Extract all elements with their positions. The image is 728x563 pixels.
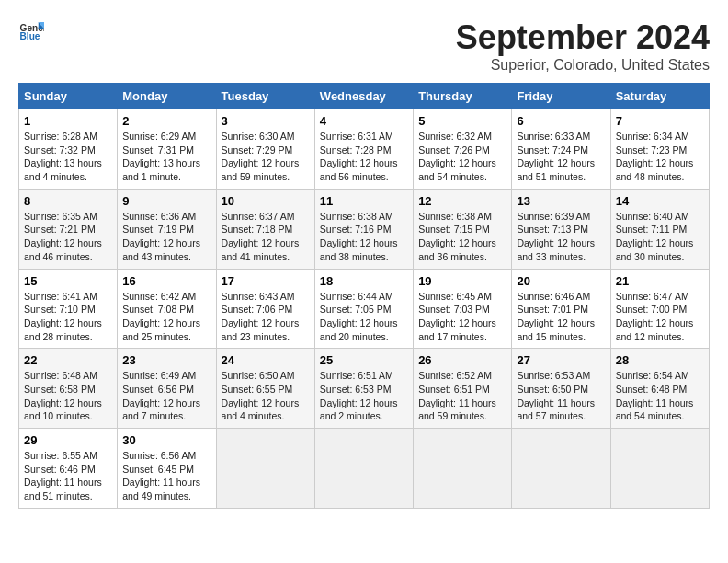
- day-number: 30: [122, 433, 210, 447]
- calendar-week-row: 29Sunrise: 6:55 AMSunset: 6:46 PMDayligh…: [19, 429, 710, 509]
- day-info: Sunrise: 6:40 AMSunset: 7:11 PMDaylight:…: [616, 210, 704, 264]
- day-info: Sunrise: 6:32 AMSunset: 7:26 PMDaylight:…: [418, 130, 506, 184]
- day-info: Sunrise: 6:36 AMSunset: 7:19 PMDaylight:…: [122, 210, 210, 264]
- day-number: 24: [222, 353, 310, 367]
- table-row: 12Sunrise: 6:38 AMSunset: 7:15 PMDayligh…: [414, 189, 512, 269]
- day-info: Sunrise: 6:51 AMSunset: 6:53 PMDaylight:…: [320, 369, 408, 423]
- day-number: 25: [320, 353, 408, 367]
- table-row: [314, 429, 413, 509]
- day-info: Sunrise: 6:46 AMSunset: 7:01 PMDaylight:…: [517, 290, 605, 344]
- day-info: Sunrise: 6:39 AMSunset: 7:13 PMDaylight:…: [517, 210, 605, 264]
- calendar-table: Sunday Monday Tuesday Wednesday Thursday…: [18, 83, 710, 509]
- table-row: 14Sunrise: 6:40 AMSunset: 7:11 PMDayligh…: [610, 189, 709, 269]
- day-info: Sunrise: 6:52 AMSunset: 6:51 PMDaylight:…: [418, 369, 506, 423]
- table-row: 27Sunrise: 6:53 AMSunset: 6:50 PMDayligh…: [512, 349, 610, 429]
- day-info: Sunrise: 6:44 AMSunset: 7:05 PMDaylight:…: [320, 290, 408, 344]
- table-row: 30Sunrise: 6:56 AMSunset: 6:45 PMDayligh…: [118, 429, 216, 509]
- table-row: [216, 429, 314, 509]
- day-info: Sunrise: 6:35 AMSunset: 7:21 PMDaylight:…: [24, 210, 112, 264]
- day-number: 11: [320, 194, 408, 208]
- table-row: 3Sunrise: 6:30 AMSunset: 7:29 PMDaylight…: [216, 109, 314, 190]
- calendar-week-row: 15Sunrise: 6:41 AMSunset: 7:10 PMDayligh…: [19, 269, 710, 349]
- day-number: 9: [122, 194, 210, 208]
- col-sunday: Sunday: [19, 84, 118, 109]
- table-row: 6Sunrise: 6:33 AMSunset: 7:24 PMDaylight…: [512, 109, 610, 190]
- table-row: 25Sunrise: 6:51 AMSunset: 6:53 PMDayligh…: [314, 349, 413, 429]
- day-number: 20: [517, 274, 605, 288]
- table-row: 9Sunrise: 6:36 AMSunset: 7:19 PMDaylight…: [118, 189, 216, 269]
- day-info: Sunrise: 6:30 AMSunset: 7:29 PMDaylight:…: [222, 130, 310, 184]
- day-number: 27: [517, 353, 605, 367]
- day-info: Sunrise: 6:55 AMSunset: 6:46 PMDaylight:…: [24, 449, 112, 503]
- day-info: Sunrise: 6:37 AMSunset: 7:18 PMDaylight:…: [222, 210, 310, 264]
- day-number: 18: [320, 274, 408, 288]
- table-row: 17Sunrise: 6:43 AMSunset: 7:06 PMDayligh…: [216, 269, 314, 349]
- col-wednesday: Wednesday: [314, 84, 413, 109]
- table-row: 24Sunrise: 6:50 AMSunset: 6:55 PMDayligh…: [216, 349, 314, 429]
- day-info: Sunrise: 6:43 AMSunset: 7:06 PMDaylight:…: [222, 290, 310, 344]
- table-row: 18Sunrise: 6:44 AMSunset: 7:05 PMDayligh…: [314, 269, 413, 349]
- calendar-week-row: 8Sunrise: 6:35 AMSunset: 7:21 PMDaylight…: [19, 189, 710, 269]
- day-info: Sunrise: 6:28 AMSunset: 7:32 PMDaylight:…: [24, 130, 112, 184]
- logo-icon: General Blue: [18, 18, 44, 44]
- table-row: [610, 429, 709, 509]
- table-row: 26Sunrise: 6:52 AMSunset: 6:51 PMDayligh…: [414, 349, 512, 429]
- calendar-header-row: Sunday Monday Tuesday Wednesday Thursday…: [19, 84, 710, 109]
- col-thursday: Thursday: [414, 84, 512, 109]
- table-row: 10Sunrise: 6:37 AMSunset: 7:18 PMDayligh…: [216, 189, 314, 269]
- day-number: 19: [418, 274, 506, 288]
- day-info: Sunrise: 6:41 AMSunset: 7:10 PMDaylight:…: [24, 290, 112, 344]
- table-row: 21Sunrise: 6:47 AMSunset: 7:00 PMDayligh…: [610, 269, 709, 349]
- day-info: Sunrise: 6:49 AMSunset: 6:56 PMDaylight:…: [122, 369, 210, 423]
- day-number: 1: [24, 114, 112, 128]
- day-number: 4: [320, 114, 408, 128]
- table-row: 13Sunrise: 6:39 AMSunset: 7:13 PMDayligh…: [512, 189, 610, 269]
- day-number: 8: [24, 194, 112, 208]
- table-row: 1Sunrise: 6:28 AMSunset: 7:32 PMDaylight…: [19, 109, 118, 190]
- day-info: Sunrise: 6:54 AMSunset: 6:48 PMDaylight:…: [616, 369, 704, 423]
- svg-text:Blue: Blue: [20, 31, 40, 41]
- day-number: 7: [616, 114, 704, 128]
- table-row: 8Sunrise: 6:35 AMSunset: 7:21 PMDaylight…: [19, 189, 118, 269]
- day-number: 28: [616, 353, 704, 367]
- day-number: 16: [122, 274, 210, 288]
- day-info: Sunrise: 6:31 AMSunset: 7:28 PMDaylight:…: [320, 130, 408, 184]
- table-row: 20Sunrise: 6:46 AMSunset: 7:01 PMDayligh…: [512, 269, 610, 349]
- day-info: Sunrise: 6:53 AMSunset: 6:50 PMDaylight:…: [517, 369, 605, 423]
- day-number: 23: [122, 353, 210, 367]
- title-area: September 2024 Superior, Colorado, Unite…: [456, 18, 710, 74]
- table-row: 2Sunrise: 6:29 AMSunset: 7:31 PMDaylight…: [118, 109, 216, 190]
- day-info: Sunrise: 6:50 AMSunset: 6:55 PMDaylight:…: [222, 369, 310, 423]
- logo: General Blue: [18, 18, 44, 44]
- table-row: 29Sunrise: 6:55 AMSunset: 6:46 PMDayligh…: [19, 429, 118, 509]
- page-title: September 2024: [456, 18, 710, 57]
- day-number: 26: [418, 353, 506, 367]
- table-row: [512, 429, 610, 509]
- day-info: Sunrise: 6:42 AMSunset: 7:08 PMDaylight:…: [122, 290, 210, 344]
- day-number: 17: [222, 274, 310, 288]
- day-number: 6: [517, 114, 605, 128]
- day-info: Sunrise: 6:34 AMSunset: 7:23 PMDaylight:…: [616, 130, 704, 184]
- day-number: 21: [616, 274, 704, 288]
- day-number: 15: [24, 274, 112, 288]
- day-number: 14: [616, 194, 704, 208]
- table-row: 11Sunrise: 6:38 AMSunset: 7:16 PMDayligh…: [314, 189, 413, 269]
- day-info: Sunrise: 6:45 AMSunset: 7:03 PMDaylight:…: [418, 290, 506, 344]
- day-info: Sunrise: 6:29 AMSunset: 7:31 PMDaylight:…: [122, 130, 210, 184]
- day-number: 22: [24, 353, 112, 367]
- table-row: 22Sunrise: 6:48 AMSunset: 6:58 PMDayligh…: [19, 349, 118, 429]
- table-row: 19Sunrise: 6:45 AMSunset: 7:03 PMDayligh…: [414, 269, 512, 349]
- table-row: 28Sunrise: 6:54 AMSunset: 6:48 PMDayligh…: [610, 349, 709, 429]
- page-subtitle: Superior, Colorado, United States: [456, 57, 710, 74]
- day-info: Sunrise: 6:48 AMSunset: 6:58 PMDaylight:…: [24, 369, 112, 423]
- col-tuesday: Tuesday: [216, 84, 314, 109]
- day-number: 12: [418, 194, 506, 208]
- day-number: 29: [24, 433, 112, 447]
- day-info: Sunrise: 6:56 AMSunset: 6:45 PMDaylight:…: [122, 449, 210, 503]
- day-info: Sunrise: 6:47 AMSunset: 7:00 PMDaylight:…: [616, 290, 704, 344]
- day-number: 13: [517, 194, 605, 208]
- table-row: 5Sunrise: 6:32 AMSunset: 7:26 PMDaylight…: [414, 109, 512, 190]
- day-number: 10: [222, 194, 310, 208]
- day-info: Sunrise: 6:38 AMSunset: 7:15 PMDaylight:…: [418, 210, 506, 264]
- col-saturday: Saturday: [610, 84, 709, 109]
